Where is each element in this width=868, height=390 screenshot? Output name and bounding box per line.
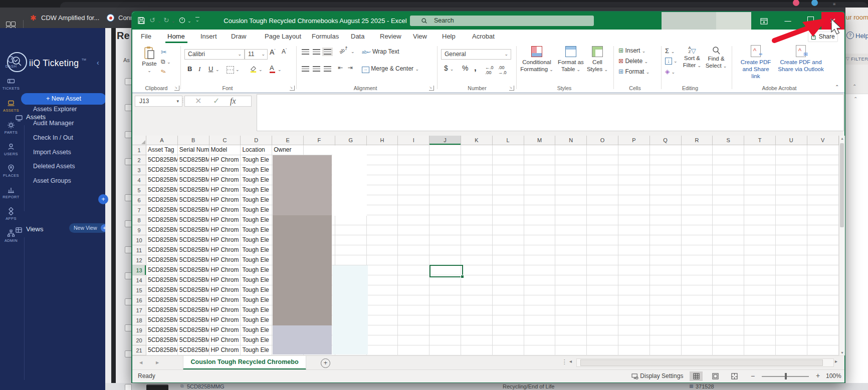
- cell-P2[interactable]: [618, 155, 650, 165]
- cell-A1[interactable]: Asset Tag: [146, 145, 178, 155]
- cell-K10[interactable]: [461, 235, 493, 245]
- cell-V4[interactable]: [807, 175, 839, 185]
- cell-I19[interactable]: [398, 325, 429, 335]
- cell-C13[interactable]: HP Chrom: [209, 265, 241, 275]
- cell-D13[interactable]: Tough Ele: [241, 265, 272, 275]
- cell-D12[interactable]: Tough Ele: [241, 255, 272, 265]
- cell-I8[interactable]: [398, 215, 429, 225]
- sidebar-item-check-in-out[interactable]: Check In / Out: [33, 134, 73, 141]
- create-pdf-share-link-button[interactable]: A∞ Create PDF and Share link: [738, 45, 774, 80]
- cell-K5[interactable]: [461, 185, 493, 195]
- cell-I7[interactable]: [398, 205, 429, 215]
- cell-U14[interactable]: [776, 275, 807, 285]
- cell-M17[interactable]: [524, 305, 556, 315]
- cell-A16[interactable]: 5CD825BM: [146, 295, 178, 305]
- cell-C2[interactable]: HP Chrom: [209, 155, 241, 165]
- cell-Q20[interactable]: [650, 335, 682, 345]
- cell-B21[interactable]: 5CD825BM: [178, 345, 209, 355]
- cell-O8[interactable]: [587, 215, 618, 225]
- cell-B11[interactable]: 5CD825BM: [178, 245, 209, 255]
- cell-K7[interactable]: [461, 205, 493, 215]
- fill-icon[interactable]: ↓ ⌄: [665, 58, 678, 65]
- touch-caret-icon[interactable]: ⌄: [187, 19, 191, 24]
- orientation-caret-icon[interactable]: ⌄: [351, 49, 355, 54]
- cell-P15[interactable]: [618, 285, 650, 295]
- row-header-15[interactable]: 15: [132, 285, 146, 295]
- cell-P18[interactable]: [618, 315, 650, 325]
- cell-M19[interactable]: [524, 325, 556, 335]
- comma-style-icon[interactable]: ,: [474, 63, 477, 73]
- column-header-H[interactable]: H: [367, 136, 398, 145]
- cell-Q7[interactable]: [650, 205, 682, 215]
- cell-P10[interactable]: [618, 235, 650, 245]
- cell-A21[interactable]: 5CD825BM: [146, 345, 178, 355]
- ribbon-tab-draw[interactable]: Draw: [231, 30, 246, 43]
- cell-R7[interactable]: [682, 205, 713, 215]
- row-header-19[interactable]: 19: [132, 325, 146, 335]
- column-header-E[interactable]: E: [272, 136, 304, 145]
- cell-M15[interactable]: [524, 285, 556, 295]
- cell-O7[interactable]: [587, 205, 618, 215]
- cell-J19[interactable]: [429, 325, 461, 335]
- cell-U9[interactable]: [776, 225, 807, 235]
- cell-H2[interactable]: [367, 155, 398, 165]
- align-right-icon[interactable]: [324, 66, 331, 72]
- clear-icon[interactable]: ◈ ⌄: [665, 68, 675, 75]
- cell-M5[interactable]: [524, 185, 556, 195]
- cell-R1[interactable]: [682, 145, 713, 155]
- sidebar-rail-tickets[interactable]: TICKETS: [0, 76, 22, 91]
- cell-M4[interactable]: [524, 175, 556, 185]
- cell-M20[interactable]: [524, 335, 556, 345]
- cell-U15[interactable]: [776, 285, 807, 295]
- cell-U17[interactable]: [776, 305, 807, 315]
- cell-A19[interactable]: 5CD825BM: [146, 325, 178, 335]
- cell-R8[interactable]: [682, 215, 713, 225]
- cell-U19[interactable]: [776, 325, 807, 335]
- formula-input[interactable]: [257, 94, 844, 131]
- cell-L11[interactable]: [493, 245, 524, 255]
- cell-Q14[interactable]: [650, 275, 682, 285]
- cell-R5[interactable]: [682, 185, 713, 195]
- view-page-break-icon[interactable]: [728, 371, 741, 381]
- cell-O10[interactable]: [587, 235, 618, 245]
- cut-icon[interactable]: ✂: [161, 48, 167, 56]
- cell-A14[interactable]: 5CD825BM: [146, 275, 178, 285]
- cell-T4[interactable]: [744, 175, 776, 185]
- cell-T19[interactable]: [744, 325, 776, 335]
- cell-K12[interactable]: [461, 255, 493, 265]
- zoom-out-icon[interactable]: −: [751, 372, 755, 380]
- cell-J17[interactable]: [429, 305, 461, 315]
- cell-T6[interactable]: [744, 195, 776, 205]
- cell-H4[interactable]: [367, 175, 398, 185]
- cell-L20[interactable]: [493, 335, 524, 345]
- zoom-slider-track[interactable]: [762, 376, 809, 377]
- cell-Q1[interactable]: [650, 145, 682, 155]
- minimize-button[interactable]: —: [776, 12, 799, 30]
- cell-M16[interactable]: [524, 295, 556, 305]
- cell-H7[interactable]: [367, 205, 398, 215]
- sidebar-rail-places[interactable]: PLACES: [0, 163, 22, 178]
- cell-U12[interactable]: [776, 255, 807, 265]
- cell-A4[interactable]: 5CD825BM: [146, 175, 178, 185]
- sort-filter-button[interactable]: AZ▽ Sort & Filter ⌄: [681, 46, 704, 69]
- cell-S12[interactable]: [713, 255, 744, 265]
- cell-J6[interactable]: [429, 195, 461, 205]
- cell-D8[interactable]: Tough Ele: [241, 215, 272, 225]
- cell-R17[interactable]: [682, 305, 713, 315]
- column-header-T[interactable]: T: [744, 136, 776, 145]
- cell-O6[interactable]: [587, 195, 618, 205]
- cell-L8[interactable]: [493, 215, 524, 225]
- row-checkbox[interactable]: [125, 104, 132, 111]
- cell-K9[interactable]: [461, 225, 493, 235]
- cell-S21[interactable]: [713, 345, 744, 355]
- cell-H12[interactable]: [367, 255, 398, 265]
- cell-M7[interactable]: [524, 205, 556, 215]
- cell-H5[interactable]: [367, 185, 398, 195]
- cell-C18[interactable]: HP Chrom: [209, 315, 241, 325]
- increase-indent-icon[interactable]: ⇥: [348, 64, 353, 71]
- cell-C9[interactable]: HP Chrom: [209, 225, 241, 235]
- cell-D16[interactable]: Tough Ele: [241, 295, 272, 305]
- cell-M11[interactable]: [524, 245, 556, 255]
- sheet-next-icon[interactable]: ▸: [156, 358, 159, 366]
- number-format-select[interactable]: General⌄: [441, 49, 511, 60]
